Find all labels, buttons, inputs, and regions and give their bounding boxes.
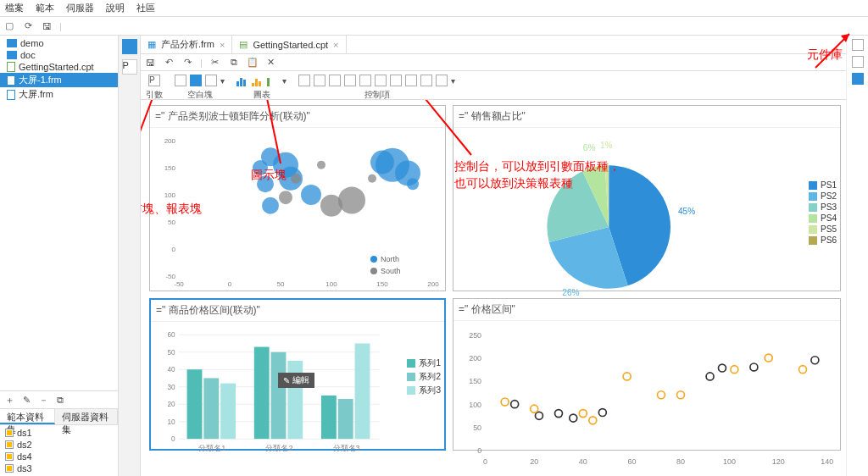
svg-point-31 <box>370 268 377 274</box>
svg-point-18 <box>262 197 279 214</box>
mode-form-icon[interactable] <box>122 39 137 54</box>
mode-report-icon[interactable]: P <box>122 59 137 75</box>
tree-label: doc <box>20 50 36 60</box>
dataset-item[interactable]: ds4 <box>0 451 118 462</box>
scatter-chart-card[interactable]: =" 价格区间" 0501001502002500204060801001201… <box>453 298 841 451</box>
file-icon <box>7 75 15 86</box>
svg-text:分類名1: 分類名1 <box>198 444 225 452</box>
delete-icon[interactable]: ✕ <box>265 57 277 69</box>
dataset-item[interactable]: ds1 <box>0 427 118 439</box>
folder-icon <box>7 51 17 59</box>
svg-point-78 <box>535 412 542 419</box>
file-control-icon <box>436 75 448 86</box>
chevron-down-icon: ▾ <box>451 76 455 86</box>
svg-rect-55 <box>254 347 270 440</box>
svg-text:200: 200 <box>427 280 439 288</box>
svg-text:North: North <box>381 255 399 263</box>
bar-chart-icon <box>236 75 248 86</box>
document-tab[interactable]: ▤ GettingStarted.cpt × <box>232 36 346 53</box>
new-icon[interactable]: ▢ <box>3 20 15 32</box>
svg-point-88 <box>579 410 587 418</box>
svg-text:0: 0 <box>228 280 232 288</box>
pie-legend: PS1PS2PS3PS4PS5PS6 <box>809 179 837 246</box>
report-icon: ▤ <box>239 39 248 50</box>
svg-point-29 <box>370 256 377 263</box>
document-tab[interactable]: ▦ 产品分析.frm × <box>141 36 232 53</box>
pie-chart-icon <box>267 75 279 86</box>
svg-point-22 <box>407 178 419 190</box>
design-canvas[interactable]: =" 产品类别波士顿矩阵分析(联动)" -50050100150200-5005… <box>141 100 846 476</box>
dataset-label: ds3 <box>17 463 32 473</box>
svg-point-79 <box>555 410 563 418</box>
close-icon[interactable]: × <box>220 40 225 50</box>
arrow-icon <box>234 100 302 172</box>
svg-text:26%: 26% <box>562 288 579 297</box>
paste-icon[interactable]: 📋 <box>247 57 259 69</box>
tree-item[interactable]: 大屏-1.frm <box>0 73 118 87</box>
cut-icon[interactable]: ✂ <box>209 57 221 69</box>
menu-server[interactable]: 伺服器 <box>66 2 94 14</box>
file-icon <box>7 62 15 72</box>
dataset-tabs: 範本資料集 伺服器資料集 <box>0 408 118 425</box>
editor-area: ▦ 产品分析.frm × ▤ GettingStarted.cpt × 🖫 ↶ … <box>141 36 846 476</box>
menu-help[interactable]: 說明 <box>106 2 125 14</box>
menu-template[interactable]: 範本 <box>36 2 54 14</box>
svg-point-23 <box>279 191 292 204</box>
edit-badge[interactable]: ✎ 編輯 <box>278 373 314 388</box>
menu-community[interactable]: 社區 <box>136 2 155 14</box>
dataset-item[interactable]: ds2 <box>0 439 118 451</box>
arrow-icon <box>378 100 514 163</box>
svg-text:0: 0 <box>171 435 175 443</box>
dataset-list: ds1 ds2 ds4 ds3 <box>0 425 118 476</box>
tree-item[interactable]: GettingStarted.cpt <box>0 61 118 73</box>
top-toolbar: ▢ ⟳ 🖫 | <box>0 17 868 36</box>
tree-item[interactable]: demo <box>0 37 118 49</box>
svg-text:1%: 1% <box>600 141 613 150</box>
svg-text:60: 60 <box>167 331 175 339</box>
copy-icon[interactable]: ⧉ <box>228 57 240 69</box>
delete-icon[interactable]: － <box>37 394 49 406</box>
svg-point-27 <box>338 186 365 213</box>
copy-icon[interactable]: ⧉ <box>54 394 66 406</box>
pie-chart: 45%26%6%1% <box>457 131 837 313</box>
tree-item[interactable]: 大屏.frm <box>0 87 118 102</box>
undo-icon[interactable]: ↶ <box>163 57 175 69</box>
save-icon[interactable]: 🖫 <box>144 57 156 69</box>
dataset-tab-template[interactable]: 範本資料集 <box>0 409 55 424</box>
svg-point-28 <box>368 174 376 183</box>
ribbon-control[interactable]: ▾ 控制項 <box>298 73 455 101</box>
svg-text:50: 50 <box>167 349 175 357</box>
bar-chart-card[interactable]: =" 商品价格区间(联动)" 0102030405060分類名1分類名2分類名3… <box>149 298 446 451</box>
tree-item[interactable]: doc <box>0 49 118 61</box>
bar-legend: 系列1系列2系列3 <box>407 356 441 398</box>
svg-text:250: 250 <box>469 331 481 340</box>
svg-text:20: 20 <box>167 401 175 408</box>
ribbon-chart[interactable]: ▾ 圖表 <box>236 73 287 101</box>
ribbon-params[interactable]: P 引數 <box>146 73 163 101</box>
ribbon-block[interactable]: ▾ 空白塊 <box>175 73 225 101</box>
svg-text:0: 0 <box>172 246 176 253</box>
refresh-icon[interactable]: ⟳ <box>22 20 34 32</box>
menu-file[interactable]: 檔案 <box>5 2 24 14</box>
redo-icon[interactable]: ↷ <box>181 57 193 69</box>
svg-point-83 <box>718 364 726 372</box>
dataset-tab-server[interactable]: 伺服器資料集 <box>55 409 118 424</box>
svg-text:分類名3: 分類名3 <box>333 444 360 452</box>
svg-text:6%: 6% <box>583 143 596 152</box>
dataset-label: ds1 <box>17 428 32 438</box>
svg-text:50: 50 <box>168 219 175 226</box>
mode-bar: P <box>119 36 141 476</box>
close-icon[interactable]: × <box>333 40 338 50</box>
file-tree: demo doc GettingStarted.cpt 大屏-1.frm 大屏.… <box>0 36 118 390</box>
svg-point-82 <box>706 373 714 380</box>
save-icon[interactable]: 🖫 <box>41 20 53 32</box>
dataset-item[interactable]: ds3 <box>0 462 118 474</box>
edit-icon[interactable]: ✎ <box>20 394 32 406</box>
svg-text:120: 120 <box>772 457 785 466</box>
doc-toolbar: 🖫 ↶ ↷ | ✂ ⧉ 📋 ✕ <box>141 54 846 71</box>
table-icon <box>5 440 14 449</box>
svg-rect-51 <box>187 369 203 439</box>
add-icon[interactable]: ＋ <box>3 394 15 406</box>
tab-label: 产品分析.frm <box>161 38 214 51</box>
left-sidebar: demo doc GettingStarted.cpt 大屏-1.frm 大屏.… <box>0 36 119 476</box>
